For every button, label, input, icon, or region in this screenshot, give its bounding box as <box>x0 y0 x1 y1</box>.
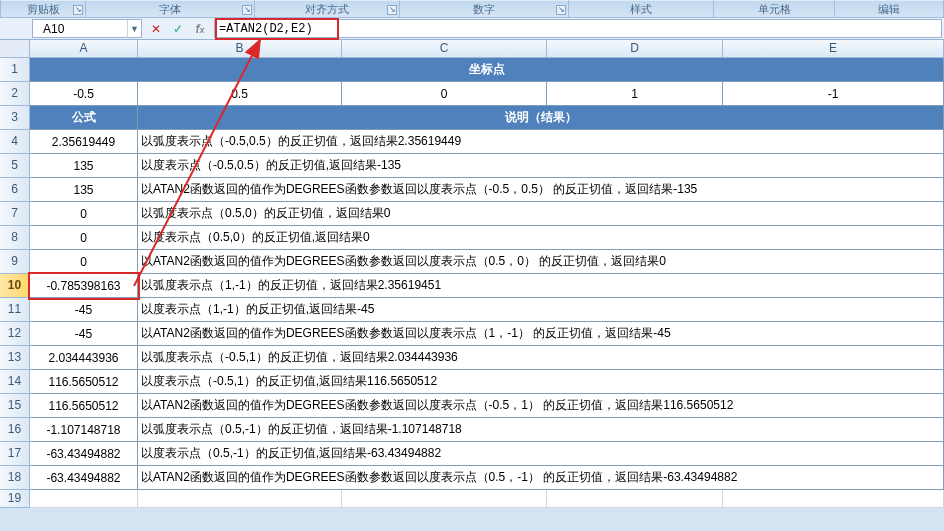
cell[interactable]: 以度表示点（1,-1）的反正切值,返回结果-45 <box>138 298 944 322</box>
ribbon-clipboard[interactable]: 剪贴板↘ <box>0 0 86 17</box>
cell-header-desc[interactable]: 说明（结果） <box>138 106 944 130</box>
cell[interactable]: 116.5650512 <box>30 370 138 394</box>
row-header[interactable]: 6 <box>0 178 30 202</box>
cell[interactable]: 以ATAN2函数返回的值作为DEGREES函数参数返回以度表示点（1，-1） 的… <box>138 322 944 346</box>
cell[interactable] <box>547 490 723 508</box>
cell[interactable]: 0.5 <box>138 82 342 106</box>
row-header[interactable]: 11 <box>0 298 30 322</box>
cell[interactable]: 0 <box>342 82 547 106</box>
cell[interactable]: 2.35619449 <box>30 130 138 154</box>
row-header[interactable]: 4 <box>0 130 30 154</box>
cell[interactable] <box>342 490 547 508</box>
row-header[interactable]: 14 <box>0 370 30 394</box>
col-header-C[interactable]: C <box>342 40 547 58</box>
row-header[interactable]: 15 <box>0 394 30 418</box>
row-header[interactable]: 10 <box>0 274 30 298</box>
dialog-launcher-icon[interactable]: ↘ <box>73 5 83 15</box>
table-row: 2 -0.5 0.5 0 1 -1 <box>0 82 944 106</box>
table-row: 17-63.43494882以度表示点（0.5,-1）的反正切值,返回结果-63… <box>0 442 944 466</box>
formula-text: =ATAN2(D2,E2) <box>219 22 313 36</box>
cell[interactable]: 以ATAN2函数返回的值作为DEGREES函数参数返回以度表示点（0.5，0） … <box>138 250 944 274</box>
ribbon-edit[interactable]: 编辑 <box>835 0 944 17</box>
cell[interactable]: 135 <box>30 178 138 202</box>
table-row: 19 <box>0 490 944 508</box>
column-header-row: A B C D E <box>0 40 944 58</box>
row-header[interactable]: 16 <box>0 418 30 442</box>
select-all-corner[interactable] <box>0 40 30 58</box>
ribbon-bar: 剪贴板↘ 字体↘ 对齐方式↘ 数字↘ 样式 单元格 编辑 <box>0 0 944 18</box>
table-row: 15116.5650512以ATAN2函数返回的值作为DEGREES函数参数返回… <box>0 394 944 418</box>
ribbon-font[interactable]: 字体↘ <box>86 0 255 17</box>
cell-header-formula[interactable]: 公式 <box>30 106 138 130</box>
cell[interactable]: 135 <box>30 154 138 178</box>
dialog-launcher-icon[interactable]: ↘ <box>556 5 566 15</box>
table-row: 42.35619449以弧度表示点（-0.5,0.5）的反正切值，返回结果2.3… <box>0 130 944 154</box>
row-header[interactable]: 2 <box>0 82 30 106</box>
ribbon-number[interactable]: 数字↘ <box>400 0 569 17</box>
cell[interactable]: -0.785398163 <box>30 274 138 298</box>
cell[interactable]: -63.43494882 <box>30 442 138 466</box>
confirm-icon[interactable]: ✓ <box>170 21 186 37</box>
cell[interactable]: -63.43494882 <box>30 466 138 490</box>
cell[interactable]: 116.5650512 <box>30 394 138 418</box>
cell[interactable]: 以弧度表示点（0.5,-1）的反正切值，返回结果-1.107148718 <box>138 418 944 442</box>
row-header[interactable]: 18 <box>0 466 30 490</box>
cell[interactable]: -45 <box>30 298 138 322</box>
table-row: 11-45以度表示点（1,-1）的反正切值,返回结果-45 <box>0 298 944 322</box>
ribbon-cells[interactable]: 单元格 <box>714 0 835 17</box>
cell[interactable] <box>723 490 944 508</box>
row-header[interactable]: 5 <box>0 154 30 178</box>
table-row: 90以ATAN2函数返回的值作为DEGREES函数参数返回以度表示点（0.5，0… <box>0 250 944 274</box>
cell[interactable]: 2.034443936 <box>30 346 138 370</box>
cell[interactable]: 以度表示点（-0.5,0.5）的反正切值,返回结果-135 <box>138 154 944 178</box>
formula-bar[interactable]: =ATAN2(D2,E2) <box>214 19 942 38</box>
cell[interactable]: 以度表示点（0.5,-1）的反正切值,返回结果-63.43494882 <box>138 442 944 466</box>
row-header[interactable]: 1 <box>0 58 30 82</box>
col-header-D[interactable]: D <box>547 40 723 58</box>
cell[interactable]: 0 <box>30 250 138 274</box>
row-header[interactable]: 12 <box>0 322 30 346</box>
dialog-launcher-icon[interactable]: ↘ <box>387 5 397 15</box>
cell[interactable]: 0 <box>30 226 138 250</box>
row-header[interactable]: 9 <box>0 250 30 274</box>
cell[interactable]: -1.107148718 <box>30 418 138 442</box>
col-header-A[interactable]: A <box>30 40 138 58</box>
cell[interactable]: 0 <box>30 202 138 226</box>
cell[interactable]: -0.5 <box>30 82 138 106</box>
cell[interactable] <box>138 490 342 508</box>
cell[interactable]: 以ATAN2函数返回的值作为DEGREES函数参数返回以度表示点（0.5，-1）… <box>138 466 944 490</box>
cell[interactable]: 以ATAN2函数返回的值作为DEGREES函数参数返回以度表示点（-0.5，0.… <box>138 178 944 202</box>
name-box-text: A10 <box>33 22 127 36</box>
table-row: 18-63.43494882以ATAN2函数返回的值作为DEGREES函数参数返… <box>0 466 944 490</box>
name-box[interactable]: A10 ▼ <box>32 19 142 38</box>
row-header[interactable]: 17 <box>0 442 30 466</box>
ribbon-align[interactable]: 对齐方式↘ <box>255 0 400 17</box>
cell[interactable]: 以弧度表示点（0.5,0）的反正切值，返回结果0 <box>138 202 944 226</box>
ribbon-styles[interactable]: 样式 <box>569 0 714 17</box>
cell[interactable]: 以ATAN2函数返回的值作为DEGREES函数参数返回以度表示点（-0.5，1）… <box>138 394 944 418</box>
col-header-B[interactable]: B <box>138 40 342 58</box>
cell[interactable]: 1 <box>547 82 723 106</box>
cell[interactable]: -1 <box>723 82 944 106</box>
cell[interactable]: 以弧度表示点（-0.5,1）的反正切值，返回结果2.034443936 <box>138 346 944 370</box>
table-row: 3 公式 说明（结果） <box>0 106 944 130</box>
cell[interactable]: -45 <box>30 322 138 346</box>
row-header[interactable]: 19 <box>0 490 30 508</box>
cell-title[interactable]: 坐标点 <box>30 58 944 82</box>
dialog-launcher-icon[interactable]: ↘ <box>242 5 252 15</box>
row-header[interactable]: 8 <box>0 226 30 250</box>
fx-icon[interactable]: fx <box>192 21 208 37</box>
cell[interactable]: 以弧度表示点（-0.5,0.5）的反正切值，返回结果2.35619449 <box>138 130 944 154</box>
cell[interactable] <box>30 490 138 508</box>
col-header-E[interactable]: E <box>723 40 944 58</box>
chevron-down-icon[interactable]: ▼ <box>127 20 141 38</box>
row-header[interactable]: 13 <box>0 346 30 370</box>
cell[interactable]: 以度表示点（0.5,0）的反正切值,返回结果0 <box>138 226 944 250</box>
table-row: 70以弧度表示点（0.5,0）的反正切值，返回结果0 <box>0 202 944 226</box>
cell[interactable]: 以弧度表示点（1,-1）的反正切值，返回结果2.35619451 <box>138 274 944 298</box>
cell[interactable]: 以度表示点（-0.5,1）的反正切值,返回结果116.5650512 <box>138 370 944 394</box>
row-header[interactable]: 3 <box>0 106 30 130</box>
row-header[interactable]: 7 <box>0 202 30 226</box>
cancel-icon[interactable]: ✕ <box>148 21 164 37</box>
table-row: 6135以ATAN2函数返回的值作为DEGREES函数参数返回以度表示点（-0.… <box>0 178 944 202</box>
